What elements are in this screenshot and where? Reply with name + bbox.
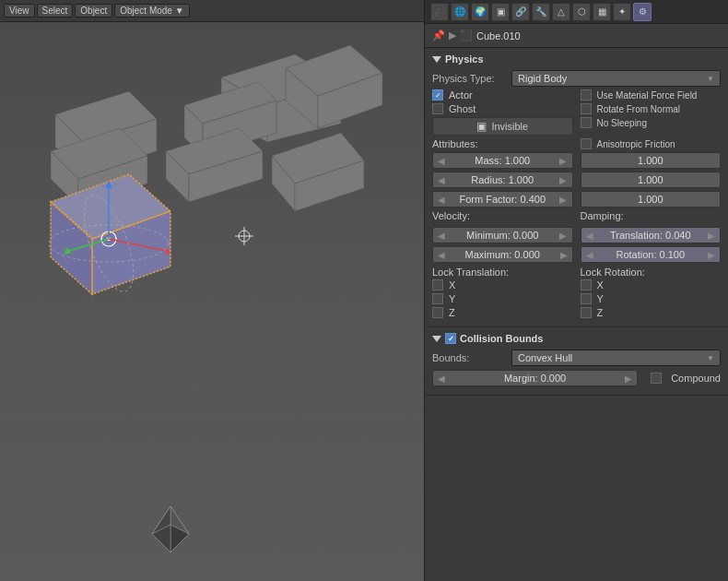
mass-value: Mass: 1.000 [475,155,530,166]
invisible-button[interactable]: ▣ Invisible [432,117,573,136]
bounds-arrow: ▼ [707,354,714,362]
collision-bounds-label: Collision Bounds [460,333,543,344]
svg-line-13 [254,299,424,511]
actor-checkbox[interactable] [432,89,443,101]
margin-slider[interactable]: ◀ Margin: 0.000 ▶ [432,370,638,386]
invisible-label: Invisible [491,121,528,132]
form-factor-left-arrow: ◀ [438,195,445,205]
collision-header: Collision Bounds [432,333,721,344]
lock-rot-x-label: X [597,279,604,290]
object-mode-menu[interactable]: Object Mode ▼ [114,4,189,18]
mass-slider[interactable]: ◀ Mass: 1.000 ▶ [432,152,573,169]
margin-left-arrow: ◀ [438,374,445,384]
lock-rot-y-checkbox[interactable] [581,293,592,304]
lock-trans-y-label: Y [449,293,455,304]
lock-trans-y-row: Y [432,293,573,304]
bounds-label: Bounds: [432,352,506,363]
svg-line-16 [382,262,424,299]
material-icon[interactable]: ⬡ [572,3,591,21]
object-icon[interactable]: ▣ [491,3,510,21]
rotation-value: Rotation: 0.100 [616,249,685,260]
modifier-icon[interactable]: 🔧 [532,3,550,21]
viewport[interactable]: View Select Object Object Mode ▼ [0,0,424,581]
physics-label: Physics [445,53,484,65]
breadcrumb-sep: ▶ [449,30,456,42]
margin-compound-row: ◀ Margin: 0.000 ▶ Compound [432,370,721,386]
maximum-value: Maximum: 0.000 [465,249,540,260]
view-menu[interactable]: View [4,4,35,18]
radius-left-arrow: ◀ [438,175,445,185]
object-menu[interactable]: Object [75,4,112,18]
lock-rot-x-checkbox[interactable] [581,279,592,290]
mass-left-arrow: ◀ [438,156,445,166]
viewport-toolbar: View Select Object Object Mode ▼ [0,0,424,22]
physics-type-arrow: ▼ [707,75,714,83]
bounds-dropdown[interactable]: Convex Hull ▼ [511,350,721,366]
translation-slider[interactable]: ◀ Translation: 0.040 ▶ [581,227,722,243]
bounds-value: Convex Hull [518,352,572,363]
svg-line-9 [85,299,297,575]
particle-icon[interactable]: ✦ [613,3,631,21]
physics-collapse-icon[interactable] [432,56,441,63]
anisotropic-row: Anisotropic Friction [581,138,722,149]
aniso-field-1[interactable]: 1.000 [581,152,722,169]
actor-label: Actor [449,89,473,101]
no-sleeping-checkbox[interactable] [581,117,592,128]
form-factor-right-arrow: ▶ [559,195,567,205]
radius-right-arrow: ▶ [559,175,567,185]
compound-checkbox[interactable] [651,373,662,384]
physics-type-dropdown[interactable]: Rigid Body ▼ [511,70,721,87]
constraint-icon[interactable]: 🔗 [511,3,530,21]
radius-slider[interactable]: ◀ Radius: 1.000 ▶ [432,172,573,188]
aniso-field-3[interactable]: 1.000 [581,191,722,208]
anisotropic-checkbox[interactable] [581,138,592,149]
rotate-from-normal-label: Rotate From Normal [597,104,681,114]
physics-type-value: Rigid Body [518,73,567,84]
ghost-checkbox[interactable] [432,103,443,114]
collision-bounds-section: Collision Bounds Bounds: Convex Hull ▼ ◀… [425,327,728,396]
select-menu[interactable]: Select [37,4,74,18]
no-sleeping-label: No Sleeping [597,118,647,128]
lock-trans-y-checkbox[interactable] [432,293,443,304]
bounds-row: Bounds: Convex Hull ▼ [432,350,721,366]
rotation-right-arrow: ▶ [708,250,715,260]
data-icon[interactable]: △ [552,3,570,21]
minimum-right-arrow: ▶ [559,231,567,241]
lock-translation-label: Lock Translation: [432,267,573,278]
velocity-label: Velocity: [432,210,573,221]
scene-icon[interactable]: 🌐 [451,3,469,21]
panel-icon-toolbar: 🎥 🌐 🌍 ▣ 🔗 🔧 △ ⬡ ▦ ✦ ⚙ [425,0,728,24]
compound-label: Compound [671,373,721,384]
aniso-field-2[interactable]: 1.000 [581,172,722,188]
minimum-left-arrow: ◀ [438,231,445,241]
minimum-slider[interactable]: ◀ Minimum: 0.000 ▶ [432,227,573,243]
use-material-force-field-checkbox[interactable] [581,89,592,101]
physics-type-row: Physics Type: Rigid Body ▼ [432,70,721,87]
rotation-slider[interactable]: ◀ Rotation: 0.100 ▶ [581,246,722,263]
svg-line-11 [170,299,382,575]
breadcrumb: 📌 ▶ ⬛ Cube.010 [425,24,728,48]
collision-collapse-icon[interactable] [432,336,441,342]
ghost-row: Ghost [432,103,573,114]
lock-rot-z-checkbox[interactable] [581,307,592,318]
actor-row: Actor [432,89,573,101]
physics-pin-icon: 📌 [432,30,445,42]
lock-trans-z-checkbox[interactable] [432,307,443,318]
lock-rot-y-row: Y [581,293,722,304]
form-factor-value: Form Factor: 0.400 [459,194,546,205]
maximum-right-arrow: ▶ [560,250,568,260]
physics-type-label: Physics Type: [432,73,506,84]
texture-icon[interactable]: ▦ [593,3,611,21]
svg-line-12 [212,299,424,575]
render-icon[interactable]: 🎥 [430,3,449,21]
rotate-from-normal-checkbox[interactable] [581,103,592,114]
cube-name: Cube.010 [476,30,521,42]
physics-icon[interactable]: ⚙ [633,3,652,21]
lock-rot-z-label: Z [597,307,604,318]
lock-trans-x-row: X [432,279,573,290]
world-icon[interactable]: 🌍 [471,3,489,21]
lock-trans-x-checkbox[interactable] [432,279,443,290]
form-factor-slider[interactable]: ◀ Form Factor: 0.400 ▶ [432,191,573,208]
maximum-slider[interactable]: ◀ Maximum: 0.000 ▶ [432,246,573,263]
collision-bounds-checkbox[interactable] [445,333,456,344]
